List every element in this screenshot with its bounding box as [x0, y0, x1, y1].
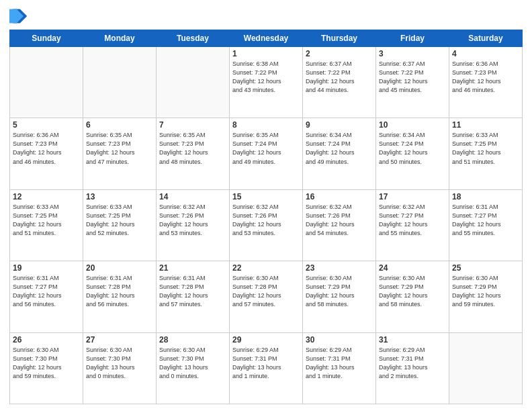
- day-number: 4: [452, 49, 519, 58]
- weekday-header-tuesday: Tuesday: [157, 30, 230, 47]
- day-info: Sunrise: 6:30 AM Sunset: 7:29 PM Dayligh…: [306, 274, 373, 309]
- day-number: 23: [306, 263, 373, 273]
- day-info: Sunrise: 6:30 AM Sunset: 7:30 PM Dayligh…: [13, 346, 80, 381]
- day-number: 25: [452, 263, 519, 273]
- calendar-cell: 12Sunrise: 6:33 AM Sunset: 7:25 PM Dayli…: [10, 189, 83, 261]
- day-info: Sunrise: 6:29 AM Sunset: 7:31 PM Dayligh…: [232, 346, 300, 381]
- day-info: Sunrise: 6:29 AM Sunset: 7:31 PM Dayligh…: [306, 346, 373, 381]
- weekday-header-friday: Friday: [376, 30, 449, 47]
- logo-icon: [9, 7, 28, 26]
- day-number: 29: [232, 335, 300, 345]
- day-info: Sunrise: 6:37 AM Sunset: 7:22 PM Dayligh…: [306, 60, 373, 95]
- day-number: 6: [86, 120, 153, 130]
- day-info: Sunrise: 6:30 AM Sunset: 7:28 PM Dayligh…: [232, 274, 300, 309]
- calendar-cell: 29Sunrise: 6:29 AM Sunset: 7:31 PM Dayli…: [230, 332, 303, 404]
- calendar-cell: 14Sunrise: 6:32 AM Sunset: 7:26 PM Dayli…: [157, 189, 230, 261]
- calendar-cell: 17Sunrise: 6:32 AM Sunset: 7:27 PM Dayli…: [376, 189, 449, 261]
- day-info: Sunrise: 6:30 AM Sunset: 7:30 PM Dayligh…: [86, 346, 153, 381]
- day-number: 3: [379, 49, 446, 58]
- day-number: 17: [379, 192, 446, 201]
- calendar-cell: 5Sunrise: 6:36 AM Sunset: 7:23 PM Daylig…: [10, 118, 83, 189]
- week-row-1: 1Sunrise: 6:38 AM Sunset: 7:22 PM Daylig…: [10, 47, 523, 118]
- day-info: Sunrise: 6:30 AM Sunset: 7:29 PM Dayligh…: [379, 274, 446, 309]
- day-number: 1: [232, 49, 300, 58]
- day-info: Sunrise: 6:38 AM Sunset: 7:22 PM Dayligh…: [232, 60, 300, 95]
- day-number: 9: [306, 120, 373, 130]
- calendar-cell: 3Sunrise: 6:37 AM Sunset: 7:22 PM Daylig…: [376, 47, 449, 118]
- day-info: Sunrise: 6:31 AM Sunset: 7:27 PM Dayligh…: [452, 203, 519, 238]
- week-row-3: 12Sunrise: 6:33 AM Sunset: 7:25 PM Dayli…: [10, 189, 523, 261]
- calendar-cell: 31Sunrise: 6:29 AM Sunset: 7:31 PM Dayli…: [376, 332, 449, 404]
- day-number: 12: [13, 192, 80, 201]
- day-number: 26: [13, 335, 80, 345]
- day-info: Sunrise: 6:36 AM Sunset: 7:23 PM Dayligh…: [13, 131, 80, 166]
- week-row-2: 5Sunrise: 6:36 AM Sunset: 7:23 PM Daylig…: [10, 118, 523, 189]
- calendar-cell: 24Sunrise: 6:30 AM Sunset: 7:29 PM Dayli…: [376, 261, 449, 332]
- weekday-header-saturday: Saturday: [449, 30, 523, 47]
- logo: [9, 7, 31, 26]
- day-number: 30: [306, 335, 373, 345]
- day-info: Sunrise: 6:32 AM Sunset: 7:26 PM Dayligh…: [159, 203, 226, 238]
- day-number: 5: [13, 120, 80, 130]
- calendar-cell: 19Sunrise: 6:31 AM Sunset: 7:27 PM Dayli…: [10, 261, 83, 332]
- day-number: 24: [379, 263, 446, 273]
- calendar-cell: 23Sunrise: 6:30 AM Sunset: 7:29 PM Dayli…: [303, 261, 376, 332]
- calendar-cell: 11Sunrise: 6:33 AM Sunset: 7:25 PM Dayli…: [449, 118, 523, 189]
- calendar-cell: [449, 332, 523, 404]
- calendar-cell: 8Sunrise: 6:35 AM Sunset: 7:24 PM Daylig…: [230, 118, 303, 189]
- day-number: 22: [232, 263, 300, 273]
- day-info: Sunrise: 6:32 AM Sunset: 7:26 PM Dayligh…: [232, 203, 300, 238]
- calendar-cell: 21Sunrise: 6:31 AM Sunset: 7:28 PM Dayli…: [157, 261, 230, 332]
- day-info: Sunrise: 6:29 AM Sunset: 7:31 PM Dayligh…: [379, 346, 446, 381]
- calendar-cell: 7Sunrise: 6:35 AM Sunset: 7:23 PM Daylig…: [157, 118, 230, 189]
- calendar-cell: 20Sunrise: 6:31 AM Sunset: 7:28 PM Dayli…: [83, 261, 157, 332]
- day-info: Sunrise: 6:31 AM Sunset: 7:27 PM Dayligh…: [13, 274, 80, 309]
- day-info: Sunrise: 6:34 AM Sunset: 7:24 PM Dayligh…: [306, 131, 373, 166]
- day-number: 16: [306, 192, 373, 201]
- day-info: Sunrise: 6:35 AM Sunset: 7:24 PM Dayligh…: [232, 131, 300, 166]
- calendar-cell: 27Sunrise: 6:30 AM Sunset: 7:30 PM Dayli…: [83, 332, 157, 404]
- day-number: 13: [86, 192, 153, 201]
- day-info: Sunrise: 6:30 AM Sunset: 7:29 PM Dayligh…: [452, 274, 519, 309]
- day-info: Sunrise: 6:35 AM Sunset: 7:23 PM Dayligh…: [86, 131, 153, 166]
- calendar-cell: 26Sunrise: 6:30 AM Sunset: 7:30 PM Dayli…: [10, 332, 83, 404]
- day-number: 20: [86, 263, 153, 273]
- day-number: 21: [159, 263, 226, 273]
- day-number: 31: [379, 335, 446, 345]
- day-number: 15: [232, 192, 300, 201]
- calendar-table: SundayMondayTuesdayWednesdayThursdayFrid…: [9, 30, 523, 404]
- day-info: Sunrise: 6:35 AM Sunset: 7:23 PM Dayligh…: [159, 131, 226, 166]
- day-number: 7: [159, 120, 226, 130]
- day-number: 8: [232, 120, 300, 130]
- day-info: Sunrise: 6:32 AM Sunset: 7:26 PM Dayligh…: [306, 203, 373, 238]
- day-number: 10: [379, 120, 446, 130]
- calendar-cell: [83, 47, 157, 118]
- weekday-header-sunday: Sunday: [10, 30, 83, 47]
- day-info: Sunrise: 6:33 AM Sunset: 7:25 PM Dayligh…: [13, 203, 80, 238]
- calendar-cell: 9Sunrise: 6:34 AM Sunset: 7:24 PM Daylig…: [303, 118, 376, 189]
- calendar-cell: 25Sunrise: 6:30 AM Sunset: 7:29 PM Dayli…: [449, 261, 523, 332]
- calendar-cell: [10, 47, 83, 118]
- calendar-cell: 30Sunrise: 6:29 AM Sunset: 7:31 PM Dayli…: [303, 332, 376, 404]
- day-info: Sunrise: 6:32 AM Sunset: 7:27 PM Dayligh…: [379, 203, 446, 238]
- calendar-cell: 13Sunrise: 6:33 AM Sunset: 7:25 PM Dayli…: [83, 189, 157, 261]
- day-info: Sunrise: 6:31 AM Sunset: 7:28 PM Dayligh…: [159, 274, 226, 309]
- day-number: 27: [86, 335, 153, 345]
- day-number: 19: [13, 263, 80, 273]
- day-number: 11: [452, 120, 519, 130]
- weekday-header-row: SundayMondayTuesdayWednesdayThursdayFrid…: [10, 30, 523, 47]
- day-number: 28: [159, 335, 226, 345]
- calendar-cell: 18Sunrise: 6:31 AM Sunset: 7:27 PM Dayli…: [449, 189, 523, 261]
- page: SundayMondayTuesdayWednesdayThursdayFrid…: [0, 0, 532, 411]
- calendar-cell: 16Sunrise: 6:32 AM Sunset: 7:26 PM Dayli…: [303, 189, 376, 261]
- calendar-cell: 2Sunrise: 6:37 AM Sunset: 7:22 PM Daylig…: [303, 47, 376, 118]
- day-info: Sunrise: 6:34 AM Sunset: 7:24 PM Dayligh…: [379, 131, 446, 166]
- calendar-cell: 4Sunrise: 6:36 AM Sunset: 7:23 PM Daylig…: [449, 47, 523, 118]
- calendar-cell: 15Sunrise: 6:32 AM Sunset: 7:26 PM Dayli…: [230, 189, 303, 261]
- day-info: Sunrise: 6:33 AM Sunset: 7:25 PM Dayligh…: [86, 203, 153, 238]
- week-row-4: 19Sunrise: 6:31 AM Sunset: 7:27 PM Dayli…: [10, 261, 523, 332]
- day-number: 18: [452, 192, 519, 201]
- calendar-cell: 6Sunrise: 6:35 AM Sunset: 7:23 PM Daylig…: [83, 118, 157, 189]
- day-info: Sunrise: 6:30 AM Sunset: 7:30 PM Dayligh…: [159, 346, 226, 381]
- calendar-cell: [157, 47, 230, 118]
